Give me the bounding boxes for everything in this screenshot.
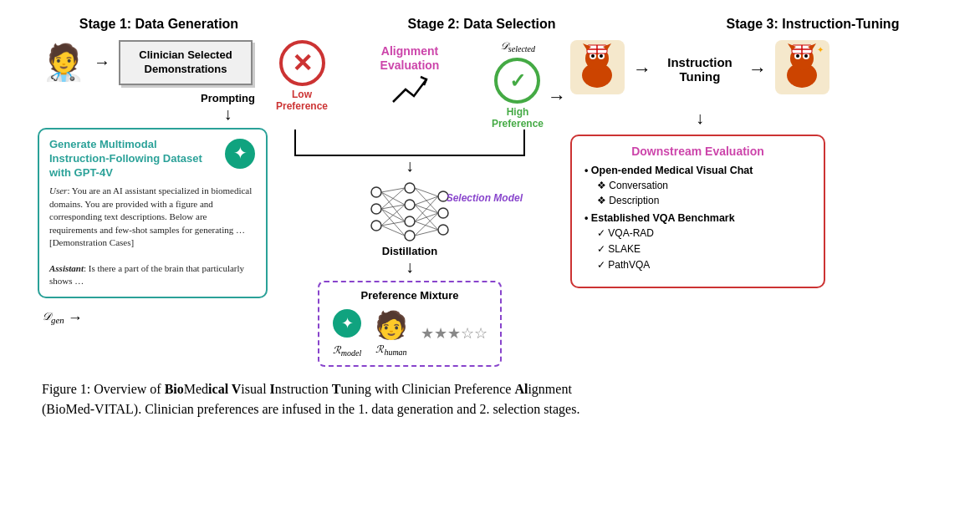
llm-after-icon: ✦ xyxy=(775,40,829,98)
caption-uning: uning with Clinician Preference xyxy=(340,382,514,396)
svg-point-51 xyxy=(796,54,799,58)
stage1-arrow-right: → xyxy=(94,53,110,72)
demo-line1: Clinician Selected xyxy=(130,48,241,63)
caption-bold1: Bio xyxy=(165,382,184,396)
llm-before-icon xyxy=(570,40,625,98)
d-selected-label: 𝒟selected xyxy=(500,40,535,53)
svg-text:✦: ✦ xyxy=(233,144,248,162)
svg-point-2 xyxy=(371,187,381,197)
demonstrations-box: Clinician Selected Demonstrations xyxy=(119,40,253,85)
vline-left-top xyxy=(294,130,296,155)
stage3-top-row: → Instruction Tuning → xyxy=(570,40,829,98)
vqa-items: ✓ VQA-RAD ✓ SLAKE ✓ PathVQA xyxy=(597,226,811,274)
prompting-label: Prompting xyxy=(201,92,255,104)
svg-point-6 xyxy=(405,200,415,210)
stage1-header: Stage 1: Data Generation xyxy=(42,17,276,32)
distillation-label: Distillation xyxy=(382,245,437,257)
d-gen-right-arrow: → xyxy=(68,309,83,327)
vqa-section: • Established VQA Benchmark ✓ VQA-RAD ✓ … xyxy=(584,212,811,274)
pref-mix-icons: ✦ ℛmodel 🧑 ℛhuman ★★★☆☆ xyxy=(329,308,490,358)
stage1-content: 🧑‍⚕️ → Clinician Selected Demonstrations… xyxy=(33,40,272,327)
pref-model-group: ✦ ℛmodel xyxy=(332,308,362,358)
svg-point-5 xyxy=(405,183,415,193)
down-arrow-s2: ↓ xyxy=(406,156,414,175)
stage1-top-row: 🧑‍⚕️ → Clinician Selected Demonstrations xyxy=(42,40,253,85)
stars-icon: ★★★☆☆ xyxy=(421,324,487,343)
llm-after-svg: ✦ xyxy=(775,40,829,94)
high-pref-label: HighPreference xyxy=(492,106,544,130)
s2-vlines-top xyxy=(272,130,548,155)
downstream-title: Downstream Evaluation xyxy=(584,145,811,158)
caption-nstruction: nstruction xyxy=(275,382,332,396)
svg-point-39 xyxy=(591,54,595,58)
model-icon: ✦ xyxy=(332,308,362,342)
human-label: ℛhuman xyxy=(375,343,406,357)
neural-net-svg xyxy=(364,175,456,242)
neural-net-area: Selection Model xyxy=(364,175,456,242)
caption-line2: (BioMed-VITAL). Clinician preferences ar… xyxy=(42,402,579,416)
s2-center-arrow-area: ↓ xyxy=(272,156,548,175)
caption-v: V xyxy=(232,382,242,396)
d-gen-arrow: 𝒟gen → xyxy=(42,309,83,327)
svg-point-7 xyxy=(405,216,415,226)
stages-header-row: Stage 1: Data Generation Stage 2: Data S… xyxy=(33,17,947,32)
trend-arrow-icon xyxy=(389,73,431,106)
human-icon: 🧑 xyxy=(375,309,408,341)
svg-line-15 xyxy=(381,188,405,209)
figure-caption: Figure 1: Overview of BioMedical Visual … xyxy=(33,379,947,419)
pref-mix-title: Preference Mixture xyxy=(329,289,490,302)
pref-human-group: 🧑 ℛhuman xyxy=(375,309,408,357)
gpt-icon: ✦ xyxy=(224,138,256,177)
svg-text:✦: ✦ xyxy=(817,45,824,54)
caption-med: Med xyxy=(184,382,208,396)
open-ended-items: ❖ Conversation ❖ Description xyxy=(597,178,811,208)
stage2-content: ✕ LowPreference AlignmentEvaluation 𝒟sel… xyxy=(272,40,548,367)
instruction-tuning-label: Instruction Tuning xyxy=(660,55,740,84)
open-ended-section: • Open-ended Medical Visual Chat ❖ Conve… xyxy=(584,165,811,208)
stage3-content: → Instruction Tuning → xyxy=(570,40,829,288)
caption-isual: isual xyxy=(241,382,269,396)
selection-model-label: Selection Model xyxy=(447,192,523,204)
svg-line-30 xyxy=(415,213,438,236)
preference-mixture-box: Preference Mixture ✦ ℛmodel 🧑 ℛh xyxy=(318,281,502,366)
gpt-text: User: You are an AI assistant specialize… xyxy=(49,185,256,287)
svg-point-4 xyxy=(371,221,381,231)
clinician-icon: 🧑‍⚕️ xyxy=(42,45,85,80)
alignment-eval-label: AlignmentEvaluation xyxy=(380,44,440,73)
svg-point-40 xyxy=(600,54,603,58)
s2-reject-col: ✕ LowPreference xyxy=(276,40,328,112)
down-arrow-s2-2: ↓ xyxy=(406,257,414,277)
accept-icon: ✓ xyxy=(494,58,540,104)
instruction-tuning-box: Instruction Tuning xyxy=(660,55,740,84)
svg-point-3 xyxy=(371,204,381,214)
s2-accept-col: 𝒟selected ✓ HighPreference xyxy=(492,40,544,130)
down-arrow-stage3: ↓ xyxy=(570,109,829,128)
diagram-area: 🧑‍⚕️ → Clinician Selected Demonstrations… xyxy=(33,40,947,367)
svg-point-10 xyxy=(438,208,448,218)
svg-point-11 xyxy=(438,225,448,235)
gpt-box: Generate Multimodal Instruction-Followin… xyxy=(38,128,268,298)
demo-line2: Demonstrations xyxy=(130,63,241,77)
arrow-to-tuned: → xyxy=(633,58,651,80)
caption-ignment: ignment xyxy=(528,382,571,396)
downstream-eval-box: Downstream Evaluation • Open-ended Medic… xyxy=(570,135,825,288)
svg-point-8 xyxy=(405,231,415,241)
alignment-eval-col: AlignmentEvaluation xyxy=(380,44,440,106)
stage3-header: Stage 3: Instruction-Tuning xyxy=(687,17,938,32)
prompting-area: Prompting ↓ xyxy=(201,92,255,124)
caption-al: Al xyxy=(514,382,528,396)
d-gen-label: 𝒟gen xyxy=(42,310,64,325)
gpt-box-header: Generate Multimodal Instruction-Followin… xyxy=(49,138,256,180)
figure-container: Stage 1: Data Generation Stage 2: Data S… xyxy=(33,17,947,419)
s2-top: ✕ LowPreference AlignmentEvaluation 𝒟sel… xyxy=(272,40,548,130)
reject-icon: ✕ xyxy=(279,40,325,86)
low-pref-label: LowPreference xyxy=(276,89,328,112)
svg-line-21 xyxy=(381,226,405,236)
open-ended-title: • Open-ended Medical Visual Chat xyxy=(584,165,811,176)
stage2-header: Stage 2: Data Selection xyxy=(348,17,615,32)
svg-text:✦: ✦ xyxy=(341,315,354,332)
arrow-after-tuning: → xyxy=(748,58,767,80)
inter-stage-arrow: → xyxy=(548,40,566,108)
caption-ical: ical xyxy=(208,382,232,396)
vqa-title: • Established VQA Benchmark xyxy=(584,212,811,224)
